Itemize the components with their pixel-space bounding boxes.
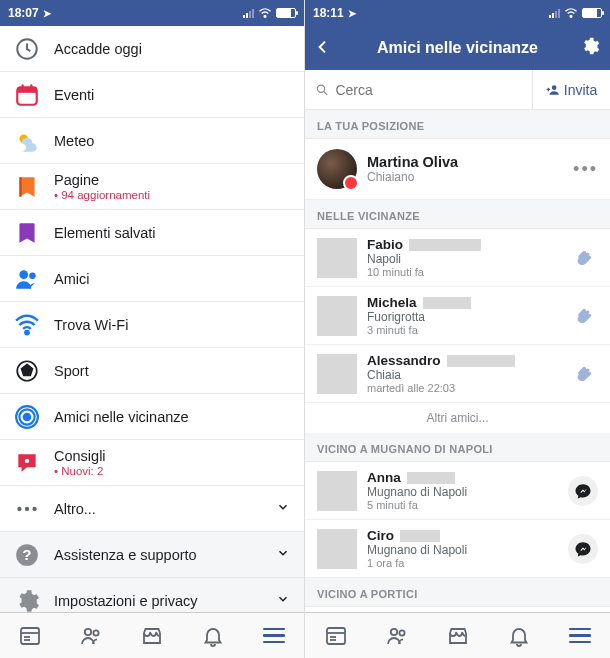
more-friends-link[interactable]: Altri amici... — [305, 403, 610, 433]
svg-point-19 — [32, 506, 36, 510]
redacted-surname — [423, 297, 471, 309]
friend-row[interactable]: Alessandro Chiaiamartedì alle 22:03 — [305, 345, 610, 403]
menu-item-title: Eventi — [54, 87, 290, 103]
bottom-tab-bar — [0, 612, 304, 658]
today-icon — [14, 36, 40, 62]
section-mugnano: VICINO A MUGNANO DI NAPOLI — [305, 433, 610, 462]
friend-location: Mugnano di Napoli — [367, 543, 558, 557]
search-row: Invita — [305, 70, 610, 110]
status-bar: 18:11➤ — [305, 0, 610, 26]
friend-row[interactable]: Michela Fuorigrotta3 minuti fa — [305, 287, 610, 345]
menu-item-friends[interactable]: Amici — [0, 256, 304, 302]
menu-item-title: Amici nelle vicinanze — [54, 409, 290, 425]
search-input[interactable] — [335, 82, 522, 98]
menu-item-title: Pagine — [54, 172, 290, 188]
help-icon: ? — [14, 542, 40, 568]
friend-name: Fabio — [367, 237, 558, 252]
tab-notifications[interactable] — [182, 613, 243, 658]
friend-row[interactable]: Ciro Mugnano di Napoli1 ora fa — [305, 520, 610, 578]
menu-item-sport[interactable]: Sport — [0, 348, 304, 394]
menu-item-title: Amici — [54, 271, 290, 287]
nearby-scroll[interactable]: LA TUA POSIZIONE Martina Oliva Chiaiano … — [305, 110, 610, 612]
friend-location: Napoli — [367, 252, 558, 266]
friend-time: 1 ora fa — [367, 557, 558, 569]
wave-button[interactable] — [568, 243, 598, 273]
svg-point-17 — [17, 506, 21, 510]
svg-rect-7 — [19, 177, 21, 197]
wifi-icon — [258, 8, 272, 18]
menu-item-tips[interactable]: Consigli• Nuovi: 2 — [0, 440, 304, 486]
invite-label: Invita — [564, 82, 597, 98]
wave-button[interactable] — [568, 359, 598, 389]
menu-item-title: Elementi salvati — [54, 225, 290, 241]
svg-point-8 — [19, 270, 28, 279]
svg-point-10 — [25, 330, 28, 333]
menu-item-title: Trova Wi-Fi — [54, 317, 290, 333]
message-button[interactable] — [568, 476, 598, 506]
friend-name: Anna — [367, 470, 558, 485]
friend-row[interactable]: Anna Mugnano di Napoli5 minuti fa — [305, 462, 610, 520]
search-field[interactable] — [305, 70, 532, 109]
friend-photo — [317, 471, 357, 511]
svg-point-37 — [399, 630, 404, 635]
menu-item-more[interactable]: Altro... — [0, 486, 304, 532]
menu-item-settings[interactable]: Impostazioni e privacy — [0, 578, 304, 612]
avatar — [317, 149, 357, 189]
bottom-tab-bar — [305, 612, 610, 658]
more-options-button[interactable]: ••• — [573, 159, 598, 180]
menu-list[interactable]: Accadde oggiEventiMeteoPagine• 94 aggior… — [0, 26, 304, 612]
svg-rect-5 — [30, 84, 32, 89]
redacted-surname — [447, 355, 515, 367]
status-bar: 18:07➤ — [0, 0, 304, 26]
menu-item-nearby[interactable]: Amici nelle vicinanze — [0, 394, 304, 440]
me-name: Martina Oliva — [367, 154, 563, 170]
menu-item-saved[interactable]: Elementi salvati — [0, 210, 304, 256]
wifi-icon — [564, 8, 578, 18]
menu-item-help[interactable]: ?Assistenza e supporto — [0, 532, 304, 578]
tab-marketplace[interactable] — [122, 613, 183, 658]
friend-location: Chiaia — [367, 368, 558, 382]
menu-item-title: Consigli — [54, 448, 290, 464]
tab-menu[interactable] — [243, 613, 304, 658]
tab-marketplace[interactable] — [427, 613, 488, 658]
menu-item-events[interactable]: Eventi — [0, 72, 304, 118]
menu-item-pages[interactable]: Pagine• 94 aggiornamenti — [0, 164, 304, 210]
menu-item-weather[interactable]: Meteo — [0, 118, 304, 164]
tab-menu[interactable] — [549, 613, 610, 658]
message-button[interactable] — [568, 534, 598, 564]
screen-header: Amici nelle vicinanze — [305, 26, 610, 70]
svg-point-13 — [24, 413, 31, 420]
settings-button[interactable] — [580, 36, 600, 60]
svg-point-31 — [552, 85, 557, 90]
tab-notifications[interactable] — [488, 613, 549, 658]
menu-item-subtitle: • 94 aggiornamenti — [54, 189, 290, 201]
weather-icon — [14, 128, 40, 154]
tab-feed[interactable] — [305, 613, 366, 658]
menu-item-wifi[interactable]: Trova Wi-Fi — [0, 302, 304, 348]
menu-item-subtitle: • Nuovi: 2 — [54, 465, 290, 477]
wifi-icon — [14, 312, 40, 338]
tab-feed[interactable] — [0, 613, 61, 658]
friend-name: Alessandro — [367, 353, 558, 368]
friend-time: 10 minuti fa — [367, 266, 558, 278]
wave-button[interactable] — [568, 301, 598, 331]
section-your-location: LA TUA POSIZIONE — [305, 110, 610, 139]
menu-item-title: Sport — [54, 363, 290, 379]
svg-point-28 — [570, 15, 572, 17]
search-icon — [315, 82, 329, 98]
tab-friends[interactable] — [366, 613, 427, 658]
friend-row[interactable]: Fabio Napoli10 minuti fa — [305, 229, 610, 287]
your-location-row[interactable]: Martina Oliva Chiaiano ••• — [305, 139, 610, 200]
friend-location: Mugnano di Napoli — [367, 485, 558, 499]
friend-photo — [317, 529, 357, 569]
back-button[interactable] — [315, 35, 335, 61]
redacted-surname — [400, 530, 440, 542]
redacted-surname — [407, 472, 455, 484]
invite-button[interactable]: Invita — [532, 70, 610, 109]
chevron-down-icon — [276, 500, 290, 518]
menu-item-today[interactable]: Accadde oggi — [0, 26, 304, 72]
status-time: 18:11 — [313, 6, 344, 20]
tab-friends[interactable] — [61, 613, 122, 658]
svg-line-30 — [324, 91, 327, 94]
svg-rect-22 — [21, 628, 39, 644]
